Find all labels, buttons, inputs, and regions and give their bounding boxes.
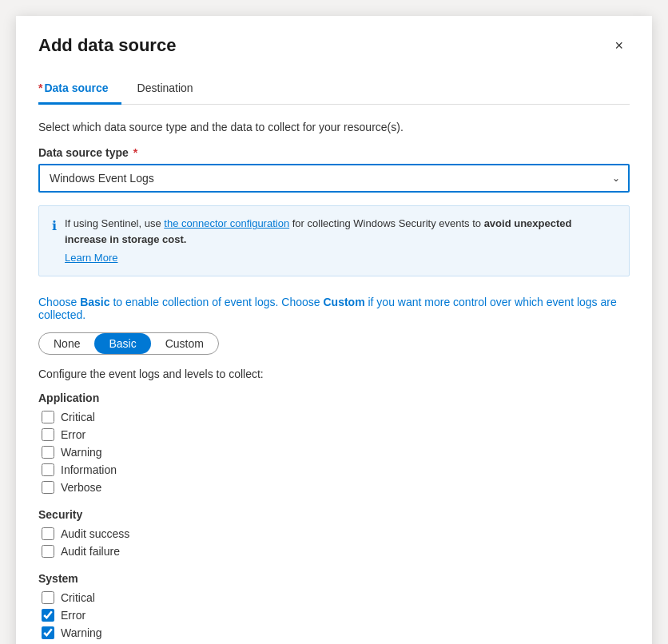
checkbox-label[interactable]: Verbose (61, 481, 101, 494)
checkbox-application-verbose[interactable] (42, 481, 54, 494)
checkbox-label[interactable]: Audit failure (61, 545, 120, 558)
tab-data-source-star: * (38, 81, 42, 94)
checkbox-application-warning[interactable] (42, 446, 54, 459)
section-description: Select which data source type and the da… (38, 121, 630, 133)
info-icon: ℹ (52, 217, 57, 236)
checkbox-label[interactable]: Warning (61, 626, 102, 639)
learn-more-link[interactable]: Learn More (65, 250, 616, 266)
checkbox-application-critical[interactable] (42, 411, 54, 423)
toggle-none[interactable]: None (39, 333, 94, 354)
dialog-title: Add data source (38, 35, 176, 56)
checkbox-label[interactable]: Critical (61, 411, 95, 423)
log-section-application: ApplicationCriticalErrorWarningInformati… (38, 392, 630, 494)
checkbox-application-error[interactable] (42, 428, 54, 441)
checkbox-item: Critical (38, 591, 630, 604)
tab-destination[interactable]: Destination (137, 75, 206, 105)
checkbox-label[interactable]: Audit success (61, 527, 129, 540)
data-source-type-select[interactable]: Windows Event Logs (38, 164, 630, 193)
toggle-custom[interactable]: Custom (151, 333, 218, 354)
log-sections-container: ApplicationCriticalErrorWarningInformati… (38, 392, 630, 645)
toggle-basic[interactable]: Basic (94, 333, 150, 354)
checkbox-system-warning[interactable] (42, 626, 54, 639)
info-banner: ℹ If using Sentinel, use the connector c… (38, 205, 630, 276)
checkbox-item: Audit failure (38, 545, 630, 558)
log-section-title-system: System (38, 572, 630, 585)
tab-data-source[interactable]: *Data source (38, 75, 121, 105)
checkbox-item: Critical (38, 411, 630, 423)
checkbox-security-audit-success[interactable] (42, 527, 54, 540)
checkbox-label[interactable]: Warning (61, 446, 102, 459)
add-data-source-dialog: Add data source × *Data source Destinati… (16, 16, 652, 644)
checkbox-item: Error (38, 428, 630, 441)
data-source-type-group: Data source type * Windows Event Logs ⌄ (38, 146, 630, 193)
checkbox-application-information[interactable] (42, 463, 54, 476)
log-section-title-application: Application (38, 392, 630, 404)
data-source-type-select-wrapper: Windows Event Logs ⌄ (38, 164, 630, 193)
checkbox-item: Warning (38, 446, 630, 459)
checkbox-system-error[interactable] (42, 609, 54, 622)
dialog-header: Add data source × (38, 35, 630, 56)
connector-config-link[interactable]: the connector configuration (164, 217, 289, 229)
checkbox-label[interactable]: Error (61, 428, 85, 441)
checkbox-security-audit-failure[interactable] (42, 545, 54, 558)
checkbox-system-critical[interactable] (42, 591, 54, 604)
checkbox-label[interactable]: Error (61, 609, 85, 622)
tabs-container: *Data source Destination (38, 75, 630, 105)
checkbox-item: Information (38, 463, 630, 476)
configure-label: Configure the event logs and levels to c… (38, 368, 630, 380)
close-button[interactable]: × (608, 35, 630, 56)
checkbox-item: Audit success (38, 527, 630, 540)
toggle-group: None Basic Custom (38, 332, 219, 355)
checkbox-item: Error (38, 609, 630, 622)
data-source-type-star: * (130, 146, 137, 159)
checkbox-item: Verbose (38, 481, 630, 494)
checkbox-label[interactable]: Information (61, 463, 117, 476)
log-section-system: SystemCriticalErrorWarningInformationVer… (38, 572, 630, 645)
log-section-security: SecurityAudit successAudit failure (38, 508, 630, 558)
data-source-type-label: Data source type * (38, 146, 630, 159)
checkbox-item: Warning (38, 626, 630, 639)
info-banner-text: If using Sentinel, use the connector con… (65, 216, 616, 266)
log-section-title-security: Security (38, 508, 630, 521)
checkbox-label[interactable]: Critical (61, 591, 95, 604)
choose-description: Choose Basic to enable collection of eve… (38, 296, 630, 321)
